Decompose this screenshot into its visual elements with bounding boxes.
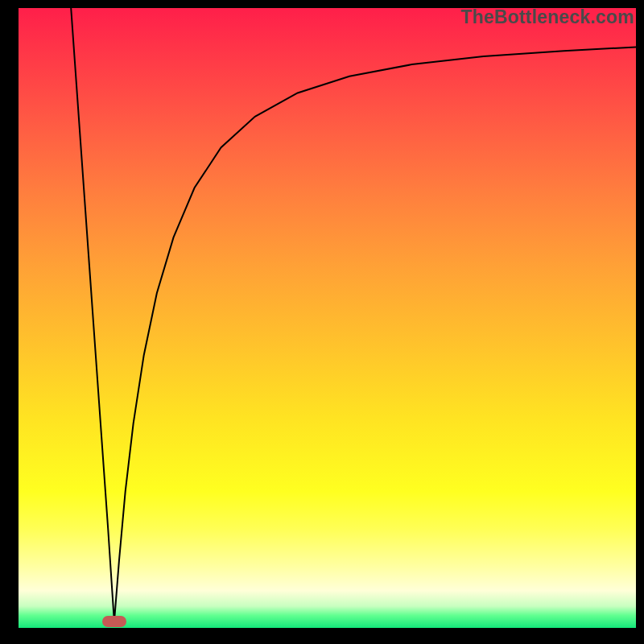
bottleneck-marker [102, 616, 126, 627]
chart-frame: TheBottleneck.com [0, 0, 644, 644]
plot-area [19, 8, 636, 628]
curve-right-branch [114, 47, 636, 622]
curve-left-branch [71, 8, 114, 621]
curve-layer [19, 8, 636, 628]
